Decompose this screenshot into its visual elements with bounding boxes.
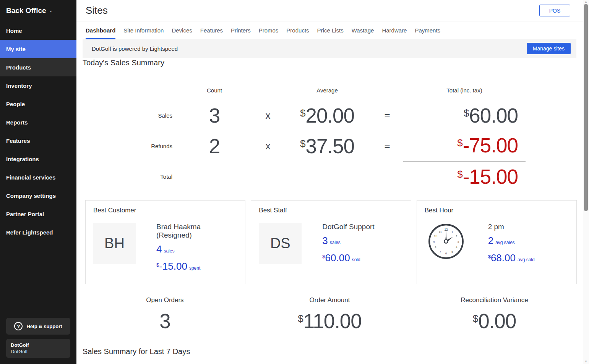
banner-text: DotGolf is powered by Lightspeed xyxy=(92,45,178,52)
refunds-total: $-75.00 xyxy=(403,134,526,162)
reconciliation-variance-stat: Reconciliation Variance $0.00 xyxy=(412,296,577,333)
tab-wastage[interactable]: Wastage xyxy=(352,21,374,39)
back-office-label: Back Office xyxy=(6,6,46,15)
svg-text:8: 8 xyxy=(435,246,436,249)
tab-printers[interactable]: Printers xyxy=(231,21,251,39)
manage-sites-button[interactable]: Manage sites xyxy=(527,43,571,54)
sidebar-item-company-settings[interactable]: Company settings xyxy=(0,186,76,205)
best-hour-card: Best Hour 12 1 2 3 4 5 6 7 xyxy=(417,200,577,284)
tab-promos[interactable]: Promos xyxy=(259,21,279,39)
chevron-down-icon: ⌄ xyxy=(49,7,53,13)
svg-text:3: 3 xyxy=(457,241,459,244)
tab-payments[interactable]: Payments xyxy=(415,21,440,39)
help-support-button[interactable]: ? Help & support xyxy=(6,318,70,335)
stat-label: Order Amount xyxy=(247,296,412,304)
card-title: Best Staff xyxy=(259,207,403,214)
scrollbar-thumb[interactable] xyxy=(584,4,588,211)
tab-products[interactable]: Products xyxy=(286,21,309,39)
card-body: BH Brad Haakma (Resigned) 4sales $-15.00… xyxy=(93,223,237,278)
sidebar-bottom: ? Help & support DotGolf DotGolf xyxy=(0,318,76,364)
vertical-scrollbar[interactable]: ▲ ▼ xyxy=(583,0,589,364)
staff-sold-stat: $60.00sold xyxy=(322,252,374,264)
sidebar-item-products[interactable]: Products xyxy=(0,58,76,76)
sidebar-item-home[interactable]: Home xyxy=(0,21,76,40)
hour-avg-sold-stat: $68.00avg sold xyxy=(488,252,535,264)
best-cards-row: Best Customer BH Brad Haakma (Resigned) … xyxy=(85,200,577,284)
tab-hardware[interactable]: Hardware xyxy=(382,21,407,39)
column-header-count: Count xyxy=(176,87,253,94)
card-info: DotGolf Support 3sales $60.00sold xyxy=(322,223,374,269)
svg-text:2: 2 xyxy=(456,235,457,238)
pos-button[interactable]: POS xyxy=(539,5,570,16)
sidebar-item-reports[interactable]: Reports xyxy=(0,113,76,131)
currency-symbol: $ xyxy=(298,313,303,325)
sidebar-item-financial-services[interactable]: Financial services xyxy=(0,168,76,186)
account-subtitle: DotGolf xyxy=(11,348,66,355)
sales-total: $60.00 xyxy=(403,104,526,127)
card-body: DS DotGolf Support 3sales $60.00sold xyxy=(259,223,403,269)
grand-total: $-15.00 xyxy=(403,165,526,188)
sidebar-item-integrations[interactable]: Integrations xyxy=(0,150,76,168)
scroll-up-icon[interactable]: ▲ xyxy=(583,0,589,3)
tab-dashboard[interactable]: Dashboard xyxy=(86,21,115,39)
column-header-average: Average xyxy=(283,87,371,94)
customer-spent-stat: $-15.00spent xyxy=(156,260,237,272)
order-stats-row: Open Orders 3 Order Amount $110.00 Recon… xyxy=(83,296,577,333)
sidebar-item-features[interactable]: Features xyxy=(0,131,76,150)
currency-symbol: $ xyxy=(473,313,478,325)
staff-name[interactable]: DotGolf Support xyxy=(322,223,374,231)
refunds-count: 2 xyxy=(176,134,253,158)
sidebar-item-people[interactable]: People xyxy=(0,95,76,113)
svg-text:7: 7 xyxy=(439,251,441,254)
svg-text:5: 5 xyxy=(451,251,453,254)
card-title: Best Hour xyxy=(425,207,569,214)
scroll-down-icon[interactable]: ▼ xyxy=(583,360,589,363)
stat-value: $110.00 xyxy=(247,309,412,333)
best-staff-card: Best Staff DS DotGolf Support 3sales $60… xyxy=(251,200,411,284)
powered-by-banner: DotGolf is powered by Lightspeed Manage … xyxy=(83,39,576,58)
sales-average: $20.00 xyxy=(283,104,371,127)
open-orders-stat: Open Orders 3 xyxy=(83,296,247,333)
tab-price-lists[interactable]: Price Lists xyxy=(317,21,344,39)
sidebar-item-refer-lightspeed[interactable]: Refer Lightspeed xyxy=(0,223,76,241)
tab-devices[interactable]: Devices xyxy=(172,21,192,39)
tab-features[interactable]: Features xyxy=(200,21,223,39)
staff-avatar: DS xyxy=(259,223,302,264)
sidebar-item-partner-portal[interactable]: Partner Portal xyxy=(0,205,76,223)
currency-symbol: $ xyxy=(156,262,159,268)
svg-text:12: 12 xyxy=(444,228,448,231)
app-window: Back Office ⌄ Home My site Products Inve… xyxy=(0,0,589,364)
currency-symbol: $ xyxy=(300,107,305,119)
clock-icon: 12 1 2 3 4 5 6 7 8 9 10 11 xyxy=(425,223,467,260)
stat-label: Open Orders xyxy=(83,296,247,304)
sales-summary-heading: Today's Sales Summary xyxy=(83,58,577,67)
back-office-menu[interactable]: Back Office ⌄ xyxy=(0,0,76,21)
page-title: Sites xyxy=(86,5,108,16)
multiply-symbol: x xyxy=(253,140,283,152)
help-support-label: Help & support xyxy=(26,324,62,329)
card-title: Best Customer xyxy=(93,207,237,214)
question-mark-icon: ? xyxy=(14,322,23,330)
card-body: 12 1 2 3 4 5 6 7 8 9 10 11 xyxy=(425,223,569,269)
account-name: DotGolf xyxy=(11,342,66,348)
account-switcher[interactable]: DotGolf DotGolf xyxy=(6,339,70,358)
row-label-refunds: Refunds xyxy=(151,143,176,149)
tab-bar: Dashboard Site Information Devices Featu… xyxy=(76,21,583,39)
sidebar-item-my-site[interactable]: My site xyxy=(0,40,76,58)
sales-count: 3 xyxy=(176,104,253,127)
stat-value: 3 xyxy=(83,309,247,333)
currency-symbol: $ xyxy=(322,254,325,259)
tab-site-information[interactable]: Site Information xyxy=(123,21,164,39)
card-info: Brad Haakma (Resigned) 4sales $-15.00spe… xyxy=(156,223,237,278)
sidebar-item-inventory[interactable]: Inventory xyxy=(0,76,76,95)
stat-value: $0.00 xyxy=(412,309,577,333)
svg-text:11: 11 xyxy=(438,230,442,234)
svg-text:1: 1 xyxy=(451,231,453,234)
page-header: Sites POS xyxy=(76,0,583,21)
equals-symbol: = xyxy=(371,140,403,152)
multiply-symbol: x xyxy=(253,110,283,121)
best-hour-value: 2 pm xyxy=(488,223,535,231)
customer-name[interactable]: Brad Haakma (Resigned) xyxy=(156,223,237,239)
best-customer-card: Best Customer BH Brad Haakma (Resigned) … xyxy=(85,200,245,284)
customer-avatar: BH xyxy=(93,223,136,264)
